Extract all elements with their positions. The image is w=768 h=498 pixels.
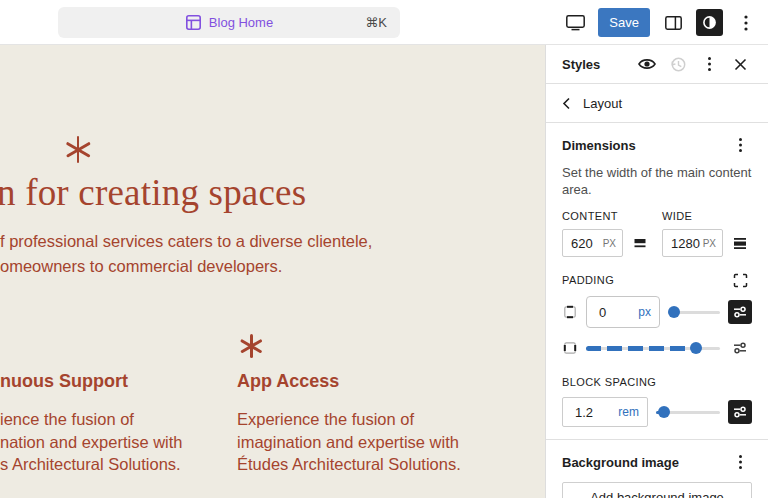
kebab-menu-icon [743,14,749,32]
options-menu-button[interactable] [732,9,760,37]
styles-toggle-button[interactable] [696,9,723,36]
feature-text-line: Études Architectural Solutions. [237,453,461,476]
padding-unit: px [638,305,651,319]
padding-custom-size-button[interactable] [728,300,752,324]
sidebar-toggle-button[interactable] [659,9,687,37]
styles-panel-header: Styles [546,45,768,84]
block-spacing-value: 1.2 [575,405,593,420]
padding-link-sides-button[interactable] [728,268,752,292]
style-book-button[interactable] [635,52,659,76]
hero-paragraph-line: f professional services caters to a dive… [0,229,372,254]
editor-canvas[interactable]: n for creating spaces f professional ser… [0,45,545,498]
editor-window: Blog Home ⌘K Save [0,0,768,498]
sliders-icon [732,304,748,320]
close-panel-button[interactable] [728,52,752,76]
wide-width-icon [732,237,748,250]
layout-breadcrumb-row[interactable]: Layout [546,84,768,123]
background-image-section: Background image Add background image [546,440,768,498]
feature-column[interactable]: App Access Experience the fusion of imag… [237,371,461,476]
kebab-menu-icon [738,137,743,153]
wide-width-input[interactable]: 1280 PX [662,229,723,257]
block-spacing-input[interactable]: 1.2 rem [562,397,648,427]
history-clock-icon [670,56,687,73]
kebab-menu-icon [707,56,712,72]
contrast-circle-icon [701,14,718,31]
hero-paragraph[interactable]: f professional services caters to a dive… [0,229,372,278]
add-background-image-button[interactable]: Add background image [562,482,752,498]
back-label: Layout [583,96,622,111]
padding-vertical-slider[interactable] [668,305,720,319]
horizontal-sides-icon [562,340,578,356]
feature-text-line: s Architectural Solutions. [0,453,183,476]
dimensions-section: Dimensions Set the width of the main con… [546,123,768,439]
wide-width-label: WIDE [662,210,752,222]
sliders-icon [732,340,748,356]
columns-icon [664,15,683,31]
kebab-menu-icon [738,454,743,470]
wide-width-unit: PX [703,238,716,249]
feature-column[interactable]: nuous Support ience the fusion of nation… [0,371,183,476]
styles-options-button[interactable] [697,52,721,76]
feature-text-line: imagination and expertise with [237,431,461,454]
vertical-sides-icon [562,304,578,320]
hero-heading[interactable]: n for creating spaces [0,171,545,214]
styles-panel: Styles [545,45,768,498]
wide-width-value: 1280 [671,236,700,251]
top-bar-actions: Save [561,0,760,45]
dimensions-title: Dimensions [562,138,636,153]
sliders-icon [732,404,748,420]
content-width-preset-button[interactable] [628,231,652,255]
unlinked-sides-icon [733,273,748,288]
dimensions-description: Set the width of the main content area. [562,164,752,198]
content-width-value: 620 [571,236,593,251]
feature-text-line: Experience the fusion of [237,408,461,431]
chevron-left-icon [562,97,571,110]
wide-width-preset-button[interactable] [728,231,752,255]
top-bar: Blog Home ⌘K Save [0,0,768,45]
save-button[interactable]: Save [598,8,650,37]
feature-text-line: ience the fusion of [0,408,183,431]
view-button[interactable] [561,9,589,37]
hero-paragraph-line: omeowners to commercial developers. [0,254,372,279]
block-spacing-label: BLOCK SPACING [562,376,752,388]
block-spacing-slider[interactable] [656,405,720,419]
content-width-input[interactable]: 620 PX [562,229,623,257]
block-spacing-custom-size-button[interactable] [728,400,752,424]
close-icon [734,58,747,71]
panel-title: Styles [562,57,635,72]
content-width-label: CONTENT [562,210,652,222]
feature-text-line: nation and expertise with [0,431,183,454]
content-width-field: CONTENT 620 PX [562,210,652,257]
padding-horizontal-options-button[interactable] [728,336,752,360]
padding-value: 0 [599,305,606,320]
command-palette-label: Blog Home [209,15,273,30]
content-width-unit: PX [603,238,616,249]
block-spacing-unit: rem [618,405,639,419]
padding-vertical-row: 0 px [562,296,752,328]
command-palette-shortcut: ⌘K [365,15,387,30]
block-spacing-row: 1.2 rem [562,397,752,427]
monitor-icon [565,14,586,31]
background-image-options-button[interactable] [728,450,752,474]
revisions-button[interactable] [666,52,690,76]
padding-label: PADDING [562,274,614,286]
padding-value-input[interactable]: 0 px [586,296,660,328]
padding-horizontal-slider[interactable] [586,341,720,355]
padding-horizontal-row [562,336,752,360]
eye-icon [637,57,657,71]
asterisk-icon [63,136,90,163]
content-width-icon [632,237,648,249]
template-icon [185,14,202,31]
command-palette-button[interactable]: Blog Home ⌘K [58,7,400,38]
wide-width-field: WIDE 1280 PX [662,210,752,257]
feature-heading: App Access [237,371,461,392]
feature-heading: nuous Support [0,371,183,392]
asterisk-icon [238,334,262,358]
dimensions-options-button[interactable] [728,133,752,157]
background-image-title: Background image [562,455,679,470]
